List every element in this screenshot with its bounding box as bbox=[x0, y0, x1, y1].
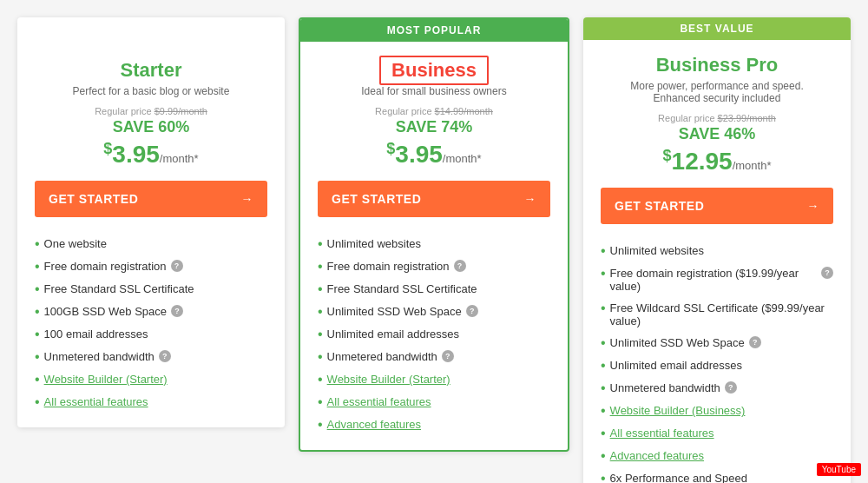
feature-text-business-0: Unlimited websites bbox=[327, 237, 421, 250]
info-icon-business-pro-5[interactable]: ? bbox=[725, 381, 737, 394]
plan-cta-business[interactable]: GET STARTED → bbox=[318, 181, 550, 217]
feature-text-business-4: Unlimited email addresses bbox=[327, 328, 459, 341]
plan-card-business-pro: BEST VALUE Business Pro More power, perf… bbox=[583, 17, 851, 483]
feature-text-starter-0: One website bbox=[44, 237, 107, 250]
feature-text-starter-2: Free Standard SSL Certificate bbox=[44, 282, 194, 295]
feature-item-starter-6: Website Builder (Starter) bbox=[35, 368, 267, 391]
feature-item-business-4: Unlimited email addresses bbox=[318, 323, 550, 346]
feature-text-business-pro-1: Free domain registration ($19.99/year va… bbox=[610, 267, 817, 293]
plan-features-business: Unlimited websitesFree domain registrati… bbox=[318, 233, 550, 436]
info-icon-starter-5[interactable]: ? bbox=[159, 350, 171, 362]
plan-cta-starter[interactable]: GET STARTED → bbox=[35, 181, 267, 217]
feature-link-business-pro-8[interactable]: Advanced features bbox=[610, 449, 704, 462]
feature-text-starter-1: Free domain registration bbox=[44, 260, 167, 273]
feature-text-starter-3: 100GB SSD Web Space bbox=[44, 305, 167, 318]
info-icon-business-3[interactable]: ? bbox=[466, 305, 478, 317]
feature-link-business-6[interactable]: Website Builder (Starter) bbox=[327, 373, 450, 386]
feature-text-business-pro-9: 6x Performance and Speed bbox=[610, 472, 747, 483]
info-icon-starter-1[interactable]: ? bbox=[171, 260, 183, 272]
info-icon-business-pro-3[interactable]: ? bbox=[749, 336, 761, 348]
plan-body-business: Business Ideal for small business owners… bbox=[300, 42, 568, 450]
feature-link-business-pro-7[interactable]: All essential features bbox=[610, 427, 714, 440]
plans-container: Starter Perfect for a basic blog or webs… bbox=[17, 17, 851, 483]
plan-features-starter: One websiteFree domain registration ?Fre… bbox=[35, 233, 267, 414]
feature-item-business-pro-9: 6x Performance and Speed bbox=[601, 467, 833, 483]
plan-name-business: Business bbox=[379, 56, 489, 85]
plan-save-starter: SAVE 60% bbox=[35, 118, 267, 136]
plan-badge-business-pro: BEST VALUE bbox=[583, 17, 851, 40]
plan-cta-business-pro[interactable]: GET STARTED → bbox=[601, 188, 833, 224]
info-icon-business-pro-1[interactable]: ? bbox=[821, 267, 833, 279]
plan-cta-label-business-pro: GET STARTED bbox=[615, 199, 704, 213]
feature-text-business-2: Free Standard SSL Certificate bbox=[327, 282, 477, 295]
feature-item-business-pro-6: Website Builder (Business) bbox=[601, 400, 833, 422]
feature-item-starter-5: Unmetered bandwidth ? bbox=[35, 346, 267, 368]
plan-features-business-pro: Unlimited websitesFree domain registrati… bbox=[601, 240, 833, 483]
plan-cta-arrow-business-pro: → bbox=[807, 199, 820, 213]
plan-body-starter: Starter Perfect for a basic blog or webs… bbox=[17, 45, 285, 427]
plan-card-business: MOST POPULAR Business Ideal for small bu… bbox=[299, 17, 569, 452]
feature-text-business-pro-4: Unlimited email addresses bbox=[610, 359, 742, 372]
feature-link-business-8[interactable]: Advanced features bbox=[327, 418, 421, 431]
plan-card-starter: Starter Perfect for a basic blog or webs… bbox=[17, 17, 285, 427]
plan-price-business: $3.95/month* bbox=[318, 140, 550, 169]
feature-item-business-2: Free Standard SSL Certificate bbox=[318, 278, 550, 301]
plan-tagline-business: Ideal for small business owners bbox=[318, 85, 550, 97]
plan-price-business-pro: $12.95/month* bbox=[601, 147, 833, 175]
plan-save-business: SAVE 74% bbox=[318, 118, 550, 136]
plan-tagline-business-pro: More power, performance and speed.Enhanc… bbox=[601, 80, 833, 104]
plan-cta-arrow-starter: → bbox=[241, 192, 254, 206]
plan-name-starter: Starter bbox=[35, 59, 267, 82]
feature-text-starter-5: Unmetered bandwidth bbox=[44, 350, 155, 363]
feature-item-starter-2: Free Standard SSL Certificate bbox=[35, 278, 267, 301]
feature-text-business-1: Free domain registration bbox=[327, 260, 450, 273]
plan-badge-placeholder bbox=[17, 17, 285, 45]
feature-item-business-pro-8: Advanced features bbox=[601, 445, 833, 467]
feature-item-business-7: All essential features bbox=[318, 391, 550, 414]
plan-regular-price-starter: Regular price $9.99/month bbox=[35, 106, 267, 116]
feature-text-business-pro-0: Unlimited websites bbox=[610, 244, 704, 257]
feature-item-starter-4: 100 email addresses bbox=[35, 323, 267, 346]
feature-text-business-3: Unlimited SSD Web Space bbox=[327, 305, 462, 318]
feature-item-starter-3: 100GB SSD Web Space ? bbox=[35, 301, 267, 323]
plan-cta-arrow-business: → bbox=[524, 192, 537, 206]
feature-text-starter-4: 100 email addresses bbox=[44, 328, 148, 341]
feature-link-starter-6[interactable]: Website Builder (Starter) bbox=[44, 373, 168, 386]
feature-item-business-0: Unlimited websites bbox=[318, 233, 550, 255]
plan-tagline-starter: Perfect for a basic blog or website bbox=[35, 85, 267, 97]
feature-text-business-5: Unmetered bandwidth bbox=[327, 350, 437, 363]
feature-text-business-pro-3: Unlimited SSD Web Space bbox=[610, 336, 745, 349]
info-icon-business-5[interactable]: ? bbox=[442, 350, 454, 362]
feature-item-business-8: Advanced features bbox=[318, 414, 550, 436]
info-icon-business-1[interactable]: ? bbox=[454, 260, 466, 272]
plan-name-business-pro: Business Pro bbox=[601, 54, 833, 76]
feature-item-business-3: Unlimited SSD Web Space ? bbox=[318, 301, 550, 323]
plan-cta-label-starter: GET STARTED bbox=[49, 192, 138, 206]
feature-item-business-pro-1: Free domain registration ($19.99/year va… bbox=[601, 262, 833, 297]
feature-item-business-6: Website Builder (Starter) bbox=[318, 368, 550, 391]
feature-item-business-pro-0: Unlimited websites bbox=[601, 240, 833, 262]
plan-regular-price-business: Regular price $14.99/month bbox=[318, 106, 550, 116]
feature-link-business-7[interactable]: All essential features bbox=[327, 395, 431, 408]
plan-badge-business: MOST POPULAR bbox=[300, 19, 568, 42]
feature-item-business-pro-7: All essential features bbox=[601, 422, 833, 445]
plan-regular-price-business-pro: Regular price $23.99/month bbox=[601, 113, 833, 123]
feature-text-business-pro-5: Unmetered bandwidth bbox=[610, 381, 720, 394]
youtube-badge: YouTube bbox=[817, 463, 861, 476]
feature-item-business-pro-3: Unlimited SSD Web Space ? bbox=[601, 332, 833, 354]
feature-item-business-pro-5: Unmetered bandwidth ? bbox=[601, 377, 833, 400]
plan-body-business-pro: Business Pro More power, performance and… bbox=[583, 40, 851, 483]
feature-item-business-1: Free domain registration ? bbox=[318, 255, 550, 278]
plan-cta-label-business: GET STARTED bbox=[332, 192, 421, 206]
plan-price-starter: $3.95/month* bbox=[35, 140, 267, 169]
feature-item-business-pro-2: Free Wildcard SSL Certificate ($99.99/ye… bbox=[601, 297, 833, 332]
plan-save-business-pro: SAVE 46% bbox=[601, 125, 833, 143]
feature-item-starter-0: One website bbox=[35, 233, 267, 255]
feature-link-business-pro-6[interactable]: Website Builder (Business) bbox=[610, 404, 746, 417]
feature-item-business-pro-4: Unlimited email addresses bbox=[601, 354, 833, 377]
feature-item-starter-1: Free domain registration ? bbox=[35, 255, 267, 278]
info-icon-starter-3[interactable]: ? bbox=[171, 305, 183, 317]
feature-item-starter-7: All essential features bbox=[35, 391, 267, 414]
feature-link-starter-7[interactable]: All essential features bbox=[44, 395, 148, 408]
feature-text-business-pro-2: Free Wildcard SSL Certificate ($99.99/ye… bbox=[610, 301, 833, 328]
